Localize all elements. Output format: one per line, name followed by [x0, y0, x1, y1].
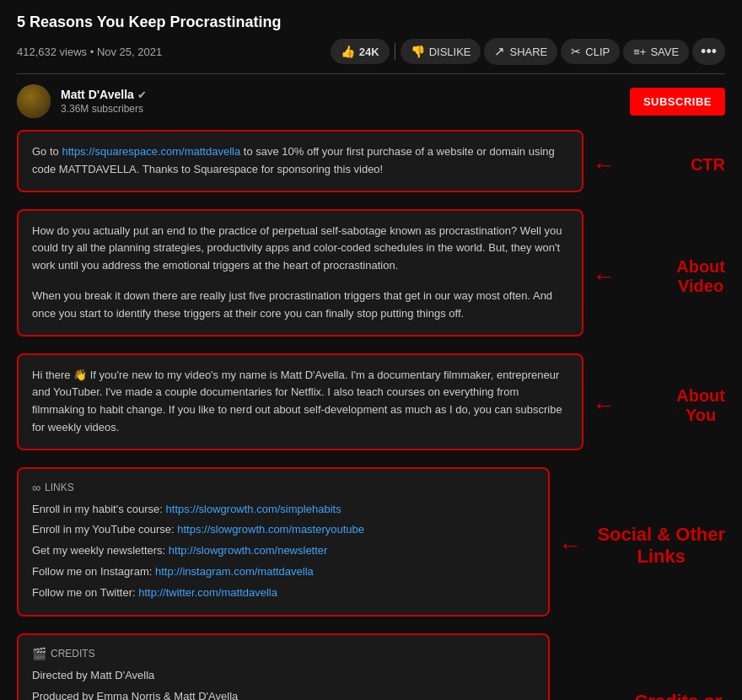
ctr-text-before: Go to	[32, 145, 62, 158]
links-section: LINKS Enroll in my habit's course: https…	[17, 467, 725, 625]
about-video-arrow: ←	[592, 263, 616, 290]
list-item: Directed by Matt D'Avella	[32, 665, 535, 687]
dislike-label: DISLIKE	[429, 46, 471, 58]
list-item: Produced by Emma Norris & Matt D'Avella	[32, 687, 535, 700]
ctr-section: Go to https://squarespace.com/mattdavell…	[17, 130, 725, 201]
dislike-icon	[411, 45, 425, 58]
ctr-text: Go to https://squarespace.com/mattdavell…	[32, 143, 568, 179]
links-annotation-label: Social & Other Links	[590, 524, 725, 568]
credits-section: CREDITS Directed by Matt D'Avella Produc…	[17, 633, 725, 700]
subscriber-count: 3.36M subscribers	[61, 103, 147, 115]
clip-label: CLIP	[585, 46, 610, 58]
links-arrow: ←	[558, 532, 582, 559]
list-item: Follow me on Instagram: http://instagram…	[32, 562, 535, 583]
credits-list: Directed by Matt D'Avella Produced by Em…	[32, 665, 535, 700]
credits-annotation-label: Credits or Disclaimer	[590, 691, 725, 700]
about-you-box: Hi there 👋 If you're new to my video's m…	[17, 353, 583, 450]
ctr-label: CTR	[624, 155, 725, 175]
avatar-image	[17, 84, 51, 118]
ctr-arrow: ←	[592, 152, 616, 179]
about-video-box: How do you actually put an end to the pr…	[17, 209, 583, 337]
clip-icon	[571, 45, 581, 58]
like-icon	[341, 45, 355, 58]
about-you-section: Hi there 👋 If you're new to my video's m…	[17, 353, 725, 459]
about-you-content: Hi there 👋 If you're new to my video's m…	[17, 353, 583, 459]
list-item: Get my weekly newsletters: http://slowgr…	[32, 541, 535, 562]
share-icon	[494, 44, 505, 59]
instagram-link[interactable]: http://instagram.com/mattdavella	[155, 565, 314, 578]
twitter-link[interactable]: http://twitter.com/mattdavella	[138, 586, 277, 599]
links-content: LINKS Enroll in my habit's course: https…	[17, 467, 550, 625]
ctr-content: Go to https://squarespace.com/mattdavell…	[17, 130, 583, 201]
link-icon	[32, 481, 40, 494]
links-box: LINKS Enroll in my habit's course: https…	[17, 467, 550, 617]
about-video-label: About Video	[624, 257, 725, 296]
list-item: Enroll in my habit's course: https://slo…	[32, 499, 535, 520]
share-button[interactable]: SHARE	[484, 38, 557, 65]
list-item: Enroll in my YouTube course: https://slo…	[32, 520, 535, 541]
about-video-section: How do you actually put an end to the pr…	[17, 209, 725, 345]
newsletter-link[interactable]: http://slowgrowth.com/newsletter	[169, 544, 328, 557]
ctr-box: Go to https://squarespace.com/mattdavell…	[17, 130, 583, 192]
list-item: Follow me on Twitter: http://twitter.com…	[32, 583, 535, 604]
subscribe-button[interactable]: SUBSCRIBE	[630, 88, 725, 116]
save-label: SAVE	[650, 46, 679, 58]
like-count: 24K	[359, 46, 379, 58]
links-list: Enroll in my habit's course: https://slo…	[32, 499, 535, 603]
channel-name-row: Matt D'Avella ✔	[61, 88, 147, 101]
view-info: 412,632 views • Nov 25, 2021	[17, 46, 162, 58]
youtube-course-link[interactable]: https://slowgrowth.com/masteryoutube	[177, 523, 364, 536]
avatar[interactable]	[17, 84, 51, 118]
credits-section-label: CREDITS	[32, 647, 535, 660]
channel-info: Matt D'Avella ✔ 3.36M subscribers	[17, 84, 147, 118]
verified-icon: ✔	[137, 89, 147, 101]
credits-label-text: CREDITS	[51, 648, 95, 660]
ctr-link[interactable]: https://squarespace.com/mattdavella	[62, 145, 240, 158]
credits-content: CREDITS Directed by Matt D'Avella Produc…	[17, 633, 550, 700]
channel-row: Matt D'Avella ✔ 3.36M subscribers SUBSCR…	[17, 84, 725, 118]
about-video-p1: How do you actually put an end to the pr…	[32, 223, 568, 275]
links-label-text: LINKS	[45, 482, 74, 493]
clip-button[interactable]: CLIP	[561, 39, 620, 64]
credits-box: CREDITS Directed by Matt D'Avella Produc…	[17, 633, 550, 700]
more-label: •••	[701, 43, 717, 60]
save-button[interactable]: SAVE	[623, 40, 689, 64]
action-buttons: 24K DISLIKE SHARE CLIP SAVE	[331, 38, 725, 65]
channel-name[interactable]: Matt D'Avella	[61, 88, 134, 101]
about-you-arrow: ←	[592, 392, 616, 419]
more-button[interactable]: •••	[692, 38, 725, 65]
about-video-content: How do you actually put an end to the pr…	[17, 209, 583, 345]
habits-course-link[interactable]: https://slowgrowth.com/simplehabits	[166, 503, 341, 515]
about-you-text: Hi there 👋 If you're new to my video's m…	[32, 367, 568, 437]
like-dislike-divider	[395, 43, 395, 60]
clapperboard-icon	[32, 647, 46, 660]
dislike-button[interactable]: DISLIKE	[401, 39, 481, 64]
about-video-p2: When you break it down there are really …	[32, 288, 568, 323]
links-section-label: LINKS	[32, 481, 535, 494]
about-you-label: About You	[624, 386, 725, 425]
video-title: 5 Reasons You Keep Procrastinating	[17, 13, 725, 31]
action-row: 412,632 views • Nov 25, 2021 24K DISLIKE…	[17, 38, 725, 74]
save-icon	[633, 46, 646, 58]
share-label: SHARE	[509, 46, 547, 58]
like-button[interactable]: 24K	[331, 39, 390, 64]
channel-details: Matt D'Avella ✔ 3.36M subscribers	[61, 88, 147, 115]
